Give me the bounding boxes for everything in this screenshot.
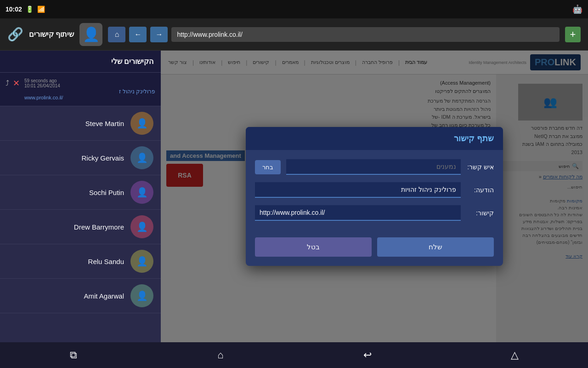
contact-item-relu[interactable]: 👤 Relu Sandu <box>0 244 161 279</box>
contact-avatar-steve: 👤 <box>130 112 153 135</box>
contact-item-ricky[interactable]: 👤 Ricky Gervais <box>0 141 161 175</box>
contact-item-drew[interactable]: 👤 Drew Barrymore <box>0 210 161 244</box>
notif-date: 10:01 26/04/2014 <box>24 83 155 88</box>
android-icon: 🤖 <box>572 4 582 14</box>
top-bar: + → ← ⌂ 👤 שיתוף קישורים 🔗 <box>0 18 588 51</box>
contact-list: 👤 Steve Martin 👤 Ricky Gervais 👤 Sochi P… <box>0 106 161 342</box>
back-icon: ↩ <box>363 349 372 361</box>
battery-icon: 🔋 <box>26 6 34 13</box>
dialog-contact-row: איש קשר: בחר <box>255 159 494 175</box>
contact-avatar-drew: 👤 <box>130 215 153 238</box>
contact-name-drew: Drew Barrymore <box>74 223 124 231</box>
top-bar-center: → ← ⌂ <box>108 27 560 42</box>
recipient-input[interactable] <box>286 159 461 175</box>
status-right: 📶 🔋 10:02 <box>6 6 45 13</box>
share-icon[interactable]: 🔗 <box>7 27 23 42</box>
browser-area: PROLINK Identity Management Architects ע… <box>161 51 588 342</box>
top-bar-left: + <box>565 27 581 42</box>
url-bar[interactable] <box>171 27 560 42</box>
notif-close-button[interactable]: ✕ <box>13 78 20 88</box>
notif-share-button[interactable]: ⤴ <box>6 79 9 87</box>
up-icon: △ <box>511 349 519 361</box>
status-bar: 🤖 📶 🔋 10:02 <box>0 0 588 18</box>
contact-avatar-sochi: 👤 <box>130 181 153 204</box>
contact-avatar-ricky: 👤 <box>130 146 153 169</box>
url-label: קישור: <box>466 209 494 217</box>
dialog-url-row: קישור: <box>255 205 494 221</box>
bottom-tasks-button[interactable]: ⧉ <box>62 344 85 367</box>
nav-home-button[interactable]: ⌂ <box>108 27 125 42</box>
contact-label: איש קשר: <box>466 163 494 171</box>
top-bar-right: 👤 שיתוף קישורים 🔗 <box>7 23 102 46</box>
home-icon: ⌂ <box>217 349 223 361</box>
bottom-up-button[interactable]: △ <box>503 344 526 367</box>
bottom-back-button[interactable]: ↩ <box>356 344 379 367</box>
status-left: 🤖 <box>572 4 582 14</box>
notif-link-url: www.prolink.co.il/ <box>24 95 155 100</box>
contact-avatar-relu: 👤 <box>130 250 153 273</box>
tasks-icon: ⧉ <box>70 349 77 361</box>
bottom-home-button[interactable]: ⌂ <box>209 344 232 367</box>
send-button[interactable]: שלח <box>377 237 494 257</box>
notif-info: 59 seconds ago 10:01 26/04/2014 פרולינק … <box>24 78 155 100</box>
nav-forward-button[interactable]: → <box>150 27 168 42</box>
contact-name-steve: Steve Martin <box>85 120 124 127</box>
dialog-title: שתף קישור <box>454 134 494 143</box>
wifi-icon: 📶 <box>37 6 45 13</box>
add-tab-button[interactable]: + <box>565 27 581 42</box>
contact-avatar-amit: 👤 <box>130 284 153 307</box>
cancel-button[interactable]: בטל <box>255 237 372 257</box>
dialog-message-row: הודעה: <box>255 182 494 198</box>
profile-avatar[interactable]: 👤 <box>79 23 102 46</box>
main-content: PROLINK Identity Management Architects ע… <box>0 51 588 342</box>
dialog-title-bar: שתף קישור <box>246 127 503 150</box>
contact-item-sochi[interactable]: 👤 Sochi Putin <box>0 175 161 210</box>
url-input[interactable] <box>255 205 461 221</box>
select-button[interactable]: בחר <box>255 160 281 174</box>
sidebar: הקישורים שלי 59 seconds ago 10:01 26/04/… <box>0 51 161 342</box>
status-time: 10:02 <box>6 6 22 13</box>
notif-actions: ✕ ⤴ <box>6 78 20 88</box>
message-label: הודעה: <box>466 186 494 194</box>
contact-name-sochi: Sochi Putin <box>89 189 124 196</box>
sidebar-header: הקישורים שלי <box>0 51 161 73</box>
contact-item-amit[interactable]: 👤 Amit Agarwal <box>0 279 161 313</box>
contact-name-relu: Relu Sandu <box>88 258 124 265</box>
nav-back-button[interactable]: ← <box>129 27 147 42</box>
message-input[interactable] <box>255 182 461 198</box>
notif-link-title: פרולינק ניהול ז <box>24 88 155 95</box>
dialog-body: איש קשר: בחר הודעה: קישור: <box>246 150 503 237</box>
contact-item-steve[interactable]: 👤 Steve Martin <box>0 106 161 141</box>
page-title: שיתוף קישורים <box>29 30 74 39</box>
contact-name-ricky: Ricky Gervais <box>81 154 124 162</box>
bottom-nav: △ ↩ ⌂ ⧉ <box>0 342 588 368</box>
share-notification: 59 seconds ago 10:01 26/04/2014 פרולינק … <box>0 73 161 106</box>
notif-time: 59 seconds ago <box>24 78 155 83</box>
dialog-footer: שלח בטל <box>246 237 503 266</box>
contact-name-amit: Amit Agarwal <box>84 292 124 300</box>
share-dialog: שתף קישור איש קשר: בחר הודעה: קישור: <box>246 127 503 266</box>
